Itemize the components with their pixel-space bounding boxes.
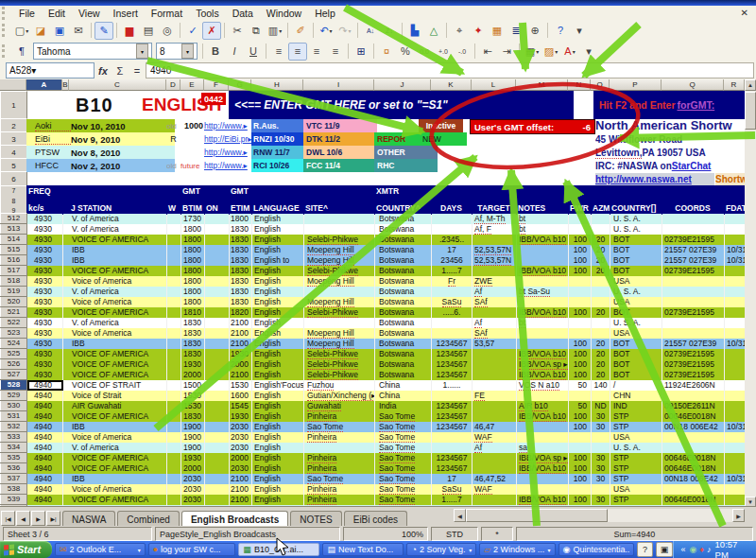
cell-days[interactable]: 23456 (432, 255, 472, 266)
cell-language[interactable]: English (252, 453, 304, 463)
cell-site[interactable]: Selebi-Phikwe (304, 359, 375, 370)
cell-language[interactable]: English (252, 401, 304, 411)
cell-azm[interactable]: 20 (592, 370, 610, 380)
background-color-icon[interactable]: ▨▾ (541, 43, 560, 61)
cell-raus[interactable]: R.Aus. (251, 119, 305, 132)
cell-fdate[interactable] (725, 411, 746, 422)
cell-freq[interactable]: 4940 (27, 484, 63, 495)
cell-azm[interactable] (592, 276, 610, 287)
cell-site[interactable]: Pinheira (304, 495, 375, 505)
cell-fdate[interactable] (725, 318, 746, 328)
column-title[interactable] (303, 185, 374, 197)
cell-target[interactable]: WAF (472, 432, 517, 443)
cell-xmtr-country[interactable]: Botswana (375, 370, 432, 380)
task-group-dropdown-icon[interactable]: ▾ (548, 547, 551, 553)
row-header-520[interactable]: 520 (1, 297, 27, 307)
toolbar-drag-handle-2[interactable] (2, 44, 9, 58)
cell-country[interactable]: U. S. A. (610, 443, 662, 453)
cell-notes[interactable]: IBB/VOA b10 (517, 266, 569, 276)
cell-language[interactable]: English (252, 484, 304, 495)
cell-pwr[interactable] (569, 224, 592, 235)
cell-language[interactable]: English (252, 224, 304, 235)
cell-azm[interactable] (592, 287, 610, 297)
cell-notes[interactable]: bt (517, 214, 569, 224)
cell-freq[interactable]: 4930 (27, 328, 63, 339)
zoom-icon[interactable]: ⊕ (525, 22, 544, 40)
cell-language[interactable]: English (252, 287, 304, 297)
cell-days[interactable]: 1...... (432, 380, 472, 391)
cell-azm[interactable] (592, 484, 610, 495)
cell-w[interactable] (167, 401, 181, 411)
underline-icon[interactable]: U (244, 43, 263, 61)
forgmt-link[interactable]: forGMT: (678, 99, 715, 111)
cell-btim[interactable]: 1830 (181, 411, 205, 422)
find-replace-icon[interactable]: ⌖ (450, 22, 469, 40)
cell-etim[interactable]: 1830 (230, 297, 252, 307)
toolbar-more-icon[interactable]: ▾ (579, 43, 598, 61)
cell-notes[interactable]: AIR b10 (517, 401, 569, 411)
cell-site[interactable]: Sao Tome (304, 422, 375, 432)
cell-other[interactable]: OTHER (374, 146, 438, 159)
row-header-517[interactable]: 517 (1, 266, 27, 276)
cell-season-code[interactable]: B10 (76, 92, 142, 118)
cell-azm[interactable]: 20 (592, 339, 610, 349)
cell-fdate[interactable] (725, 463, 746, 474)
cell-fdate[interactable] (725, 287, 746, 297)
cell-azm[interactable]: 30 (592, 474, 610, 484)
cell-etim[interactable]: 2030 (230, 443, 252, 453)
row-header-512[interactable]: 512 (1, 214, 27, 224)
cell-station[interactable]: V. of America (63, 224, 167, 235)
name-box-dropdown-icon[interactable]: ▾ (31, 65, 36, 76)
font-name-select[interactable]: Tahoma▾ (33, 43, 152, 60)
cell-w[interactable] (167, 411, 181, 422)
cell-station[interactable]: VOICE OF AMERICA (63, 235, 167, 245)
cell-freq[interactable]: 4940 (27, 474, 63, 484)
cell-xmtr-country[interactable]: Botswana (375, 266, 432, 276)
cell-xmtr-country[interactable]: Botswana (375, 255, 432, 266)
row-header-516[interactable]: 516 (1, 255, 27, 266)
cell-xmtr-country[interactable]: Botswana (375, 235, 432, 245)
cell-country[interactable]: USA (610, 328, 662, 339)
cell-fdate[interactable] (725, 266, 746, 276)
cell-w[interactable] (167, 318, 181, 328)
task-calc-b10[interactable]: ▦B10_Co..ai... (238, 543, 319, 556)
cell-notes[interactable] (517, 432, 569, 443)
cell-site[interactable]: Selebi-Phikwe (304, 266, 375, 276)
cell-xmtr-country[interactable]: India (375, 401, 432, 411)
tab-nav-icon-1[interactable]: ◀ (16, 511, 30, 526)
cell-on[interactable] (205, 339, 230, 349)
column-header-A[interactable]: A (26, 79, 62, 91)
cell-station[interactable]: V. of America (63, 287, 167, 297)
cell-country[interactable]: U. S. A. (610, 224, 662, 235)
draw-functions-icon[interactable]: △ (424, 22, 443, 40)
cell-xmtr-country[interactable]: Sao Tome (375, 422, 432, 432)
task-sony-vegas[interactable]: ◔2 Sony Veg...▾ (406, 543, 476, 556)
cell-days[interactable] (432, 318, 472, 328)
vertical-scroll-thumb[interactable] (745, 92, 756, 130)
cell-btim[interactable]: 1830 (181, 328, 205, 339)
cell-w[interactable] (167, 224, 181, 235)
task-outlook[interactable]: ✉2 Outlook E...▾ (55, 543, 146, 556)
cell-rhc[interactable]: RHC (374, 159, 438, 172)
naswa-url-link[interactable]: http://www.naswa.net (595, 173, 714, 185)
cell-pwr[interactable] (569, 297, 592, 307)
navigator-icon[interactable]: ✦ (469, 22, 488, 40)
cell-country[interactable]: BOT (610, 307, 662, 318)
cell-on[interactable] (205, 307, 230, 318)
cell-btim[interactable]: 1800 (181, 224, 205, 235)
cell-station[interactable]: Voice of Strait (63, 391, 167, 401)
cell-target[interactable]: Af, F (472, 224, 517, 235)
cell-freq[interactable]: 4940 (27, 463, 63, 474)
autospellcheck-icon[interactable]: ✗ (202, 22, 221, 40)
column-header-E[interactable]: E (180, 79, 204, 91)
row-header-513[interactable]: 513 (1, 224, 27, 235)
cell-coords[interactable]: 02739E21595 (662, 370, 725, 380)
cell-freq[interactable]: 4940 (27, 453, 63, 463)
cell-repor[interactable]: REPOR (374, 132, 421, 146)
row-header-523[interactable]: 523 (1, 328, 27, 339)
cell-w[interactable] (167, 359, 181, 370)
cell-btim[interactable]: 1810 (181, 307, 205, 318)
cell-pwr[interactable]: 100 (569, 245, 592, 255)
cell-station[interactable]: VOICE OF STRAIT (63, 380, 167, 391)
menu-window[interactable]: Window (260, 7, 308, 20)
